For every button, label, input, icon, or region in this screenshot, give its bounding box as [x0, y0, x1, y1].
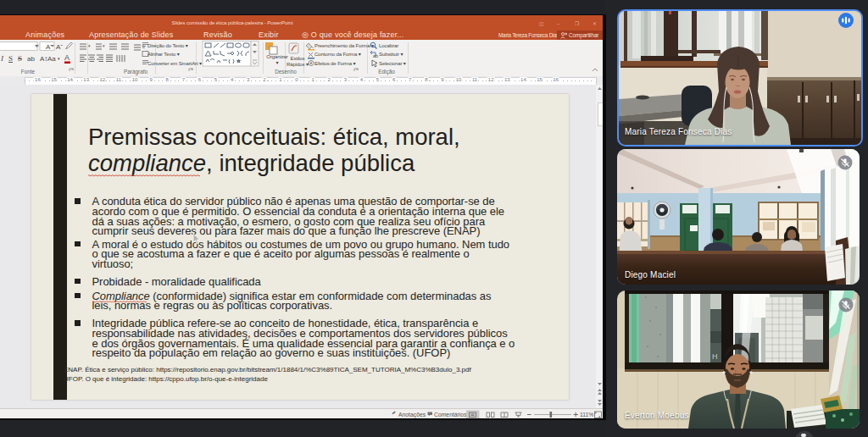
svg-text:Aa: Aa [47, 55, 56, 63]
svg-text:A: A [64, 53, 70, 62]
svg-text:I: I [0, 54, 4, 63]
svg-text:Aˇ: Aˇ [56, 43, 63, 51]
svg-text:Aˆ: Aˆ [46, 43, 53, 51]
svg-text:S: S [18, 54, 22, 63]
svg-text:▾: ▾ [58, 56, 60, 61]
svg-text:A↕: A↕ [40, 55, 47, 63]
svg-text:ab: ab [373, 53, 378, 58]
svg-text:H: H [712, 352, 718, 361]
svg-text:▾: ▾ [88, 43, 91, 48]
svg-text:▾: ▾ [103, 43, 105, 48]
svg-text:S: S [8, 54, 13, 63]
svg-text:ab: ab [27, 55, 35, 63]
